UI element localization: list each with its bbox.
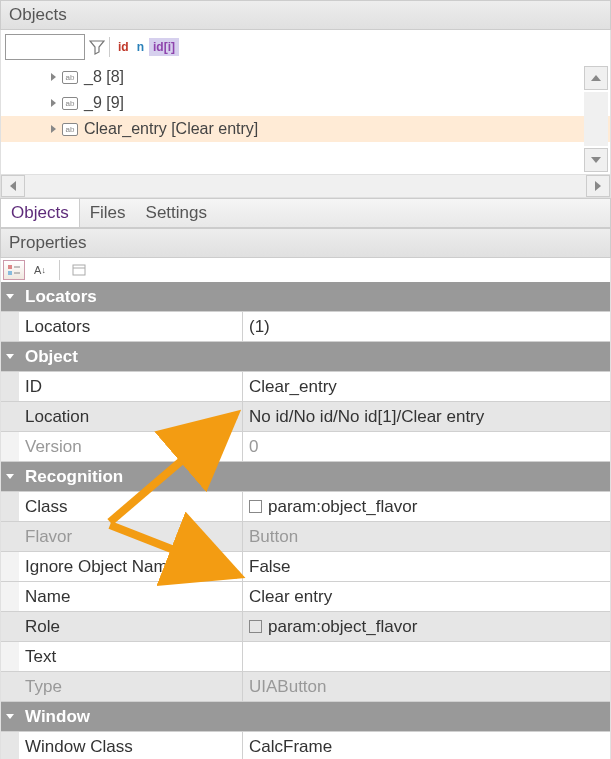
property-value: param:object_flavor: [268, 497, 417, 517]
tree-item-label: _9 [9]: [84, 94, 124, 112]
property-row[interactable]: NameClear entry: [1, 582, 610, 612]
tab-bar: Objects Files Settings: [0, 198, 611, 228]
tab-settings[interactable]: Settings: [136, 199, 217, 227]
checkbox[interactable]: [249, 500, 262, 513]
property-key: Window Class: [19, 732, 243, 759]
tree-item[interactable]: ab_8 [8]: [1, 64, 610, 90]
category-window[interactable]: Window: [1, 702, 610, 732]
property-grid[interactable]: LocatorsLocators(1)ObjectIDClear_entryLo…: [0, 282, 611, 759]
property-key: Flavor: [19, 522, 243, 551]
properties-toolbar: A↓: [0, 258, 611, 282]
svg-rect-1: [8, 271, 12, 275]
tab-files[interactable]: Files: [80, 199, 136, 227]
property-key: Type: [19, 672, 243, 701]
collapse-icon[interactable]: [6, 714, 14, 722]
property-row[interactable]: Ignore Object NameFalse: [1, 552, 610, 582]
category-label: Recognition: [19, 462, 129, 491]
collapse-icon[interactable]: [6, 474, 14, 482]
search-input[interactable]: [5, 34, 85, 60]
property-value: param:object_flavor: [268, 617, 417, 637]
property-value: Button: [249, 527, 298, 547]
scroll-track[interactable]: [584, 92, 608, 146]
horizontal-scrollbar[interactable]: [0, 174, 611, 198]
scroll-left-button[interactable]: [1, 175, 25, 197]
expand-icon[interactable]: [51, 73, 56, 81]
properties-panel-header: Properties: [0, 228, 611, 258]
property-key: ID: [19, 372, 243, 401]
object-tree[interactable]: ab_8 [8]ab_9 [9]abClear_entry [Clear ent…: [0, 64, 611, 174]
category-object[interactable]: Object: [1, 342, 610, 372]
property-value: Clear_entry: [249, 377, 337, 397]
property-row[interactable]: Locators(1): [1, 312, 610, 342]
scroll-down-button[interactable]: [584, 148, 608, 172]
property-key: Role: [19, 612, 243, 641]
property-value: CalcFrame: [249, 737, 332, 757]
property-row[interactable]: Window ClassCalcFrame: [1, 732, 610, 759]
property-value: Clear entry: [249, 587, 332, 607]
property-key: Text: [19, 642, 243, 671]
chip-n[interactable]: n: [134, 38, 147, 56]
property-value: No id/No id/No id[1]/Clear entry: [249, 407, 484, 427]
property-key: Class: [19, 492, 243, 521]
property-value: False: [249, 557, 291, 577]
filter-icon[interactable]: [89, 39, 105, 55]
checkbox[interactable]: [249, 620, 262, 633]
category-label: Window: [19, 702, 96, 731]
svg-rect-0: [8, 265, 12, 269]
property-row[interactable]: Classparam:object_flavor: [1, 492, 610, 522]
category-locators[interactable]: Locators: [1, 282, 610, 312]
property-key: Locators: [19, 312, 243, 341]
collapse-icon[interactable]: [6, 294, 14, 302]
chip-id[interactable]: id: [115, 38, 132, 56]
property-row[interactable]: TypeUIAButton: [1, 672, 610, 702]
tree-item[interactable]: abClear_entry [Clear entry]: [1, 116, 610, 142]
object-icon: ab: [62, 123, 78, 136]
property-pages-button[interactable]: [68, 260, 90, 280]
category-label: Object: [19, 342, 84, 371]
property-row[interactable]: Version0: [1, 432, 610, 462]
objects-panel-header: Objects: [0, 0, 611, 30]
scroll-right-button[interactable]: [586, 175, 610, 197]
property-row[interactable]: Roleparam:object_flavor: [1, 612, 610, 642]
property-row[interactable]: FlavorButton: [1, 522, 610, 552]
hscroll-track[interactable]: [25, 175, 586, 197]
property-key: Version: [19, 432, 243, 461]
objects-toolbar: id n id[i]: [0, 30, 611, 64]
prop-toolbar-divider: [59, 260, 60, 280]
tab-objects[interactable]: Objects: [1, 199, 80, 227]
category-label: Locators: [19, 282, 103, 311]
property-key: Location: [19, 402, 243, 431]
collapse-icon[interactable]: [6, 354, 14, 362]
category-recognition[interactable]: Recognition: [1, 462, 610, 492]
property-value: 0: [249, 437, 258, 457]
property-row[interactable]: Text: [1, 642, 610, 672]
svg-rect-4: [73, 265, 85, 275]
tree-item[interactable]: ab_9 [9]: [1, 90, 610, 116]
property-row[interactable]: IDClear_entry: [1, 372, 610, 402]
property-key: Ignore Object Name: [19, 552, 243, 581]
property-value: UIAButton: [249, 677, 327, 697]
chip-idi[interactable]: id[i]: [149, 38, 179, 56]
object-icon: ab: [62, 71, 78, 84]
property-key: Name: [19, 582, 243, 611]
object-icon: ab: [62, 97, 78, 110]
tree-item-label: Clear_entry [Clear entry]: [84, 120, 258, 138]
expand-icon[interactable]: [51, 99, 56, 107]
property-value: (1): [249, 317, 270, 337]
alphabetical-button[interactable]: A↓: [29, 260, 51, 280]
tree-item-label: _8 [8]: [84, 68, 124, 86]
expand-icon[interactable]: [51, 125, 56, 133]
property-row[interactable]: LocationNo id/No id/No id[1]/Clear entry: [1, 402, 610, 432]
categorized-button[interactable]: [3, 260, 25, 280]
toolbar-divider: [109, 37, 110, 57]
scroll-up-button[interactable]: [584, 66, 608, 90]
